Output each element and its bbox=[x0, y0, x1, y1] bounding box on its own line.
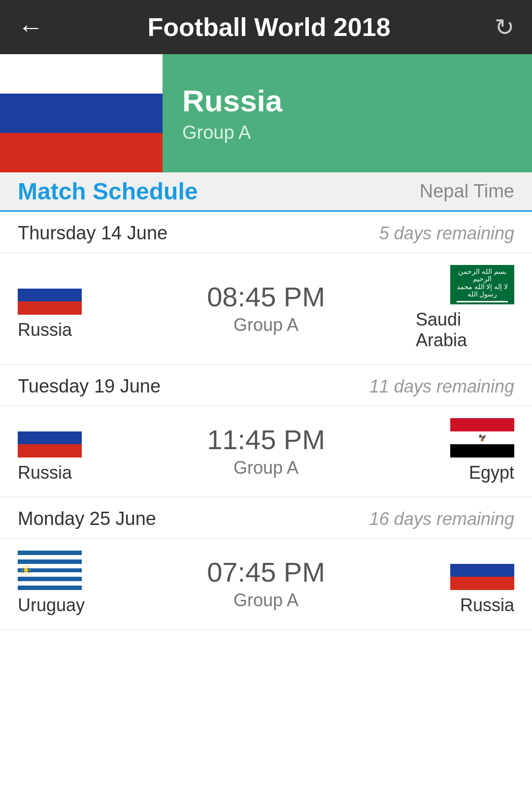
saudi-emblem: بسم الله الرحمن الرحيملا إله إلا الله مح… bbox=[450, 267, 514, 299]
timezone-label: Nepal Time bbox=[420, 181, 514, 202]
flag-russia-1 bbox=[18, 275, 82, 315]
match-date-3: Monday 25 June bbox=[18, 508, 156, 529]
flag-russia-2 bbox=[18, 418, 82, 458]
refresh-button[interactable]: ↻ bbox=[495, 13, 514, 41]
flag-stripe-red bbox=[0, 133, 163, 172]
match-day-header-3: Monday 25 June 16 days remaining bbox=[0, 497, 532, 539]
flag-stripe-blue bbox=[0, 94, 163, 133]
back-button[interactable]: ← bbox=[18, 12, 43, 42]
schedule-header: Match Schedule Nepal Time bbox=[0, 172, 532, 212]
egypt-stripe-black bbox=[450, 444, 514, 458]
match-row-1: Russia 08:45 PM Group A بسم الله الرحمن … bbox=[0, 253, 532, 365]
match-group-2: Group A bbox=[233, 458, 299, 478]
match-row-3: ☀ Uruguay 07:45 PM Group A Russia bbox=[0, 539, 532, 630]
flag-uruguay-3: ☀ bbox=[18, 551, 82, 590]
team-name-right-3: Russia bbox=[460, 595, 514, 616]
stripe-blue bbox=[450, 564, 514, 577]
team-name-left-1: Russia bbox=[18, 320, 72, 340]
match-time-2: 11:45 PM bbox=[207, 424, 325, 456]
stripe-white bbox=[18, 275, 82, 289]
egypt-stripe-white: 🦅 bbox=[450, 431, 514, 445]
country-group: Group A bbox=[182, 122, 282, 143]
match-group-3: Group A bbox=[233, 590, 299, 611]
match-time-3: 07:45 PM bbox=[207, 556, 325, 588]
match-day-header-2: Tuesday 19 June 11 days remaining bbox=[0, 365, 532, 406]
stripe-blue bbox=[18, 431, 82, 445]
stripe-white bbox=[450, 551, 514, 564]
team-name-left-2: Russia bbox=[18, 462, 72, 483]
match-center-3: 07:45 PM Group A bbox=[116, 556, 416, 611]
team-left-3: ☀ Uruguay bbox=[18, 551, 116, 616]
match-center-1: 08:45 PM Group A bbox=[116, 281, 416, 335]
match-time-1: 08:45 PM bbox=[207, 281, 325, 313]
match-row-2: Russia 11:45 PM Group A 🦅 Egypt bbox=[0, 406, 532, 497]
country-name: Russia bbox=[182, 83, 282, 118]
team-name-right-1: Saudi Arabia bbox=[416, 309, 514, 351]
eagle-emblem: 🦅 bbox=[478, 434, 487, 442]
match-remaining-3: 16 days remaining bbox=[369, 509, 514, 529]
schedule-title: Match Schedule bbox=[18, 178, 198, 205]
match-day-header-1: Thursday 14 June 5 days remaining bbox=[0, 212, 532, 253]
match-center-2: 11:45 PM Group A bbox=[116, 424, 416, 478]
match-remaining-2: 11 days remaining bbox=[369, 376, 514, 397]
stripe-red bbox=[18, 301, 82, 315]
country-banner: Russia Group A bbox=[0, 54, 532, 172]
match-remaining-1: 5 days remaining bbox=[379, 223, 514, 244]
team-right-2: 🦅 Egypt bbox=[416, 418, 514, 483]
team-right-3: Russia bbox=[416, 551, 514, 616]
team-name-right-2: Egypt bbox=[469, 462, 514, 483]
country-info: Russia Group A bbox=[163, 54, 302, 172]
team-left-1: Russia bbox=[18, 275, 116, 340]
stripe-red bbox=[450, 577, 514, 590]
egypt-stripe-red bbox=[450, 418, 514, 431]
stripe-white bbox=[18, 418, 82, 431]
match-date-1: Thursday 14 June bbox=[18, 223, 167, 244]
flag-stripe-white bbox=[0, 54, 163, 94]
team-left-2: Russia bbox=[18, 418, 116, 483]
match-group-1: Group A bbox=[233, 315, 299, 335]
app-header: ← Football World 2018 ↻ bbox=[0, 0, 532, 54]
team-name-left-3: Uruguay bbox=[18, 595, 85, 616]
match-date-2: Tuesday 19 June bbox=[18, 376, 161, 397]
stripe-blue bbox=[18, 289, 82, 302]
app-title: Football World 2018 bbox=[147, 12, 390, 42]
sun-icon: ☀ bbox=[20, 562, 32, 579]
russia-banner-flag bbox=[0, 54, 163, 172]
saudi-sword bbox=[457, 301, 508, 302]
flag-saudi-1: بسم الله الرحمن الرحيملا إله إلا الله مح… bbox=[450, 265, 514, 304]
flag-russia-3 bbox=[450, 551, 514, 590]
team-right-1: بسم الله الرحمن الرحيملا إله إلا الله مح… bbox=[416, 265, 514, 351]
flag-egypt-2: 🦅 bbox=[450, 418, 514, 458]
stripe-red bbox=[18, 444, 82, 458]
